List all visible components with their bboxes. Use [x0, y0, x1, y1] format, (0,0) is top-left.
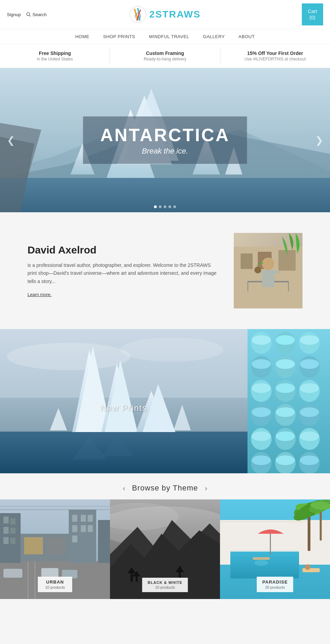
learn-more-link[interactable]: Learn more.: [28, 292, 52, 297]
svg-rect-106: [24, 537, 43, 554]
svg-rect-98: [72, 515, 77, 522]
svg-point-54: [300, 335, 319, 345]
new-prints-scene: [0, 329, 248, 473]
logo[interactable]: 2STRAWS: [129, 6, 200, 23]
urban-badge-name: URBAN: [43, 579, 67, 585]
browse-header: ‹ Browse by Theme ›: [0, 484, 330, 493]
theme-card-paradise[interactable]: PARADISE 20 products: [220, 499, 330, 599]
bw-badge-name: BLACK & WHITE: [148, 580, 183, 585]
svg-rect-139: [253, 557, 270, 560]
urban-badge-count: 10 products: [43, 585, 67, 589]
svg-point-76: [276, 431, 295, 441]
urban-badge: URBAN 10 products: [38, 577, 72, 592]
bw-badge-count: 10 products: [148, 585, 183, 589]
svg-rect-137: [270, 534, 271, 554]
info-discount-title: 15% Off Your First Order: [227, 50, 323, 56]
hero-dot-2[interactable]: [159, 205, 162, 208]
cart-label: Cart: [308, 8, 317, 14]
svg-point-34: [7, 343, 131, 370]
svg-point-70: [276, 407, 295, 417]
svg-rect-90: [3, 517, 9, 523]
svg-point-50: [252, 335, 271, 345]
info-framing-sub: Ready-to-hang delivery: [117, 57, 213, 61]
paradise-badge: PARADISE 20 products: [257, 577, 293, 592]
svg-point-80: [252, 455, 271, 465]
svg-point-60: [300, 359, 319, 369]
hero-slider: ❮ ANTARCTICA Break the ice. ❯: [0, 68, 330, 212]
svg-rect-25: [248, 281, 248, 291]
svg-rect-92: [3, 527, 9, 534]
theme-card-urban[interactable]: URBAN 10 products: [0, 499, 110, 599]
svg-rect-88: [34, 561, 35, 599]
signup-link[interactable]: Signup: [7, 12, 21, 17]
svg-point-138: [254, 560, 268, 566]
author-photo: [234, 233, 302, 308]
collection-side[interactable]: [248, 329, 330, 473]
nav-home[interactable]: HOME: [75, 34, 89, 39]
hero-dot-4[interactable]: [168, 205, 171, 208]
bw-badge: BLACK & WHITE 10 products: [142, 578, 188, 592]
svg-rect-97: [98, 520, 110, 563]
svg-point-31: [254, 267, 261, 273]
svg-point-68: [252, 407, 271, 417]
cart-button[interactable]: Cart (0): [302, 3, 323, 25]
svg-rect-21: [241, 253, 253, 269]
info-discount: 15% Off Your First Order Use #ILIVEFORTH…: [220, 48, 330, 64]
svg-rect-87: [28, 561, 29, 599]
side-collection-scene: [248, 329, 330, 473]
svg-point-66: [300, 383, 319, 393]
search-wrap[interactable]: Search: [26, 12, 46, 17]
svg-point-56: [252, 359, 271, 369]
nav-about[interactable]: ABOUT: [239, 34, 255, 39]
hero-dot-5[interactable]: [173, 205, 176, 208]
nav-shop-prints[interactable]: SHOP PRINTS: [103, 34, 135, 39]
svg-rect-100: [88, 515, 93, 522]
svg-rect-99: [81, 515, 86, 522]
hero-next-button[interactable]: ❯: [312, 131, 327, 149]
svg-rect-91: [10, 518, 15, 524]
paradise-badge-count: 20 products: [262, 585, 288, 589]
about-section: David Axelrod is a professional travel a…: [0, 212, 330, 329]
svg-rect-127: [230, 550, 299, 552]
svg-point-52: [276, 335, 295, 345]
theme-card-bw[interactable]: BLACK & WHITE 10 products: [110, 499, 220, 599]
info-framing-title: Custom Framing: [117, 50, 213, 56]
collections-strip: New Prints: [0, 329, 330, 473]
svg-rect-102: [81, 525, 86, 532]
hero-title: ANTARCTICA: [100, 125, 230, 145]
cart-count: (0): [308, 14, 317, 21]
svg-point-72: [300, 407, 319, 417]
svg-rect-28: [262, 270, 274, 287]
nav-mindful-travel[interactable]: MINDFUL TRAVEL: [149, 34, 189, 39]
svg-rect-93: [10, 528, 15, 534]
hero-dots: [154, 205, 176, 208]
hero-dot-1[interactable]: [154, 205, 157, 208]
svg-rect-103: [88, 525, 93, 532]
svg-rect-95: [10, 538, 15, 544]
svg-point-136: [305, 564, 310, 570]
main-nav: HOME SHOP PRINTS MINDFUL TRAVEL GALLERY …: [0, 29, 330, 44]
nav-gallery[interactable]: GALLERY: [203, 34, 225, 39]
info-discount-sub: Use #ILIVEFORTHIS at checkout: [227, 57, 323, 61]
browse-next-button[interactable]: ›: [205, 484, 207, 492]
svg-rect-26: [288, 281, 289, 291]
search-icon: [26, 12, 31, 17]
about-description: is a professional travel author, photogr…: [28, 261, 220, 286]
logo-text: 2STRAWS: [149, 9, 200, 20]
svg-point-82: [276, 455, 295, 465]
info-framing: Custom Framing Ready-to-hang delivery: [110, 48, 220, 64]
header: Signup Search 2STRAWS Cart (0): [0, 0, 330, 29]
hero-dot-3[interactable]: [164, 205, 166, 208]
about-text: David Axelrod is a professional travel a…: [28, 244, 220, 297]
svg-point-58: [276, 359, 295, 369]
browse-prev-button[interactable]: ‹: [123, 484, 125, 492]
svg-point-64: [276, 383, 295, 393]
search-label[interactable]: Search: [32, 12, 46, 17]
svg-rect-135: [302, 568, 320, 572]
collection-main[interactable]: New Prints: [0, 329, 248, 473]
svg-rect-94: [3, 537, 9, 544]
theme-grid: URBAN 10 products: [0, 499, 330, 599]
info-shipping-sub: in the United States: [7, 57, 103, 61]
hero-prev-button[interactable]: ❮: [3, 131, 18, 149]
svg-point-74: [252, 431, 271, 441]
